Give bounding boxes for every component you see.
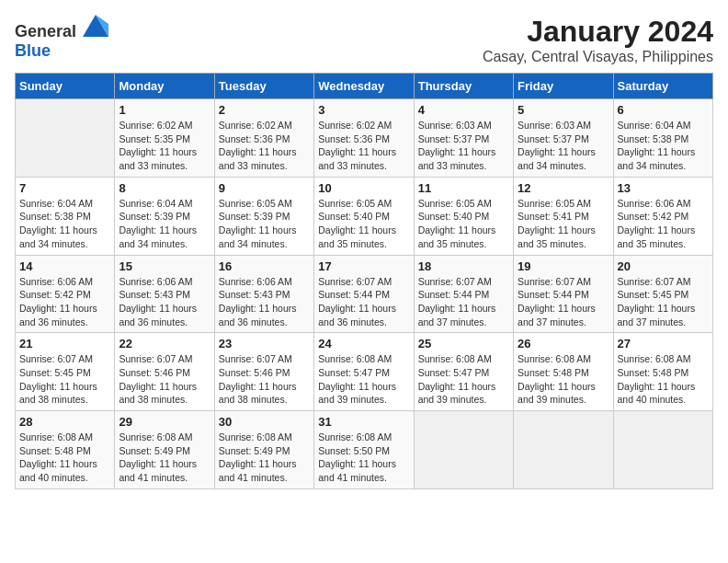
day-number: 7: [19, 181, 110, 195]
calendar-cell: 16Sunrise: 6:06 AM Sunset: 5:43 PM Dayli…: [214, 255, 313, 333]
day-detail: Sunrise: 6:08 AM Sunset: 5:50 PM Dayligh…: [318, 431, 409, 485]
day-number: 19: [518, 259, 609, 273]
calendar-cell: 3Sunrise: 6:02 AM Sunset: 5:36 PM Daylig…: [314, 99, 414, 178]
calendar-cell: 26Sunrise: 6:08 AM Sunset: 5:48 PM Dayli…: [514, 333, 613, 411]
header-sunday: Sunday: [16, 74, 115, 99]
calendar-cell: [16, 99, 115, 178]
day-number: 28: [19, 415, 110, 429]
calendar-cell: 4Sunrise: 6:03 AM Sunset: 5:37 PM Daylig…: [414, 99, 513, 178]
calendar-cell: 1Sunrise: 6:02 AM Sunset: 5:35 PM Daylig…: [115, 99, 214, 178]
calendar-cell: 12Sunrise: 6:05 AM Sunset: 5:41 PM Dayli…: [514, 177, 613, 255]
day-number: 23: [219, 337, 310, 350]
calendar-week-row: 21Sunrise: 6:07 AM Sunset: 5:45 PM Dayli…: [16, 333, 713, 411]
day-number: 15: [119, 259, 210, 273]
day-detail: Sunrise: 6:08 AM Sunset: 5:48 PM Dayligh…: [618, 352, 709, 407]
day-detail: Sunrise: 6:05 AM Sunset: 5:40 PM Dayligh…: [418, 197, 509, 251]
day-detail: Sunrise: 6:05 AM Sunset: 5:40 PM Dayligh…: [318, 197, 409, 251]
logo: General Blue: [15, 15, 108, 61]
calendar-cell: 18Sunrise: 6:07 AM Sunset: 5:44 PM Dayli…: [414, 255, 513, 333]
day-detail: Sunrise: 6:06 AM Sunset: 5:42 PM Dayligh…: [19, 275, 110, 329]
calendar-cell: 8Sunrise: 6:04 AM Sunset: 5:39 PM Daylig…: [115, 177, 214, 255]
title-area: January 2024 Casay, Central Visayas, Phi…: [483, 15, 713, 65]
calendar-cell: 2Sunrise: 6:02 AM Sunset: 5:36 PM Daylig…: [214, 99, 313, 178]
calendar-cell: 24Sunrise: 6:08 AM Sunset: 5:47 PM Dayli…: [314, 333, 414, 411]
day-detail: Sunrise: 6:06 AM Sunset: 5:43 PM Dayligh…: [119, 275, 210, 329]
calendar-week-row: 14Sunrise: 6:06 AM Sunset: 5:42 PM Dayli…: [16, 255, 713, 333]
calendar-table: SundayMondayTuesdayWednesdayThursdayFrid…: [15, 73, 713, 489]
day-detail: Sunrise: 6:08 AM Sunset: 5:47 PM Dayligh…: [318, 352, 409, 407]
day-detail: Sunrise: 6:07 AM Sunset: 5:46 PM Dayligh…: [119, 352, 210, 407]
day-detail: Sunrise: 6:04 AM Sunset: 5:38 PM Dayligh…: [618, 119, 709, 173]
calendar-cell: 9Sunrise: 6:05 AM Sunset: 5:39 PM Daylig…: [214, 177, 313, 255]
day-number: 30: [219, 415, 310, 429]
day-number: 17: [318, 259, 409, 273]
day-number: 11: [418, 181, 509, 195]
page-title: January 2024: [483, 15, 713, 49]
day-detail: Sunrise: 6:07 AM Sunset: 5:44 PM Dayligh…: [318, 275, 409, 329]
header-monday: Monday: [115, 74, 214, 99]
calendar-cell: 15Sunrise: 6:06 AM Sunset: 5:43 PM Dayli…: [115, 255, 214, 333]
day-number: 18: [418, 259, 509, 273]
day-number: 14: [19, 259, 110, 273]
calendar-cell: 13Sunrise: 6:06 AM Sunset: 5:42 PM Dayli…: [613, 177, 712, 255]
calendar-cell: 17Sunrise: 6:07 AM Sunset: 5:44 PM Dayli…: [314, 255, 414, 333]
day-detail: Sunrise: 6:08 AM Sunset: 5:48 PM Dayligh…: [19, 431, 110, 485]
day-number: 29: [119, 415, 210, 429]
calendar-cell: 23Sunrise: 6:07 AM Sunset: 5:46 PM Dayli…: [214, 333, 313, 411]
day-number: 8: [119, 181, 210, 195]
day-detail: Sunrise: 6:08 AM Sunset: 5:48 PM Dayligh…: [518, 352, 609, 407]
calendar-cell: 30Sunrise: 6:08 AM Sunset: 5:49 PM Dayli…: [214, 411, 313, 489]
day-detail: Sunrise: 6:08 AM Sunset: 5:49 PM Dayligh…: [119, 431, 210, 485]
day-detail: Sunrise: 6:06 AM Sunset: 5:43 PM Dayligh…: [219, 275, 310, 329]
day-number: 22: [119, 337, 210, 350]
day-detail: Sunrise: 6:02 AM Sunset: 5:35 PM Dayligh…: [119, 119, 210, 173]
header-thursday: Thursday: [414, 74, 513, 99]
day-detail: Sunrise: 6:07 AM Sunset: 5:45 PM Dayligh…: [618, 275, 709, 329]
header-tuesday: Tuesday: [214, 74, 313, 99]
day-number: 4: [418, 103, 509, 117]
header-wednesday: Wednesday: [314, 74, 414, 99]
day-number: 27: [618, 337, 709, 350]
day-detail: Sunrise: 6:08 AM Sunset: 5:49 PM Dayligh…: [219, 431, 310, 485]
header-saturday: Saturday: [613, 74, 712, 99]
day-number: 13: [618, 181, 709, 195]
day-detail: Sunrise: 6:07 AM Sunset: 5:46 PM Dayligh…: [219, 352, 310, 407]
day-number: 9: [219, 181, 310, 195]
calendar-cell: 29Sunrise: 6:08 AM Sunset: 5:49 PM Dayli…: [115, 411, 214, 489]
calendar-cell: 21Sunrise: 6:07 AM Sunset: 5:45 PM Dayli…: [16, 333, 115, 411]
header: General Blue January 2024 Casay, Central…: [15, 15, 713, 65]
calendar-cell: 7Sunrise: 6:04 AM Sunset: 5:38 PM Daylig…: [16, 177, 115, 255]
calendar-cell: [414, 411, 513, 489]
calendar-cell: 14Sunrise: 6:06 AM Sunset: 5:42 PM Dayli…: [16, 255, 115, 333]
calendar-week-row: 7Sunrise: 6:04 AM Sunset: 5:38 PM Daylig…: [16, 177, 713, 255]
day-number: 6: [618, 103, 709, 117]
day-detail: Sunrise: 6:07 AM Sunset: 5:44 PM Dayligh…: [518, 275, 609, 329]
day-detail: Sunrise: 6:07 AM Sunset: 5:44 PM Dayligh…: [418, 275, 509, 329]
day-number: 25: [418, 337, 509, 350]
day-detail: Sunrise: 6:02 AM Sunset: 5:36 PM Dayligh…: [219, 119, 310, 173]
day-number: 1: [119, 103, 210, 117]
calendar-week-row: 1Sunrise: 6:02 AM Sunset: 5:35 PM Daylig…: [16, 99, 713, 178]
day-number: 26: [518, 337, 609, 350]
calendar-cell: 22Sunrise: 6:07 AM Sunset: 5:46 PM Dayli…: [115, 333, 214, 411]
day-number: 2: [219, 103, 310, 117]
logo-icon: [83, 15, 108, 37]
day-detail: Sunrise: 6:03 AM Sunset: 5:37 PM Dayligh…: [418, 119, 509, 173]
calendar-cell: [514, 411, 613, 489]
calendar-cell: 31Sunrise: 6:08 AM Sunset: 5:50 PM Dayli…: [314, 411, 414, 489]
day-detail: Sunrise: 6:05 AM Sunset: 5:41 PM Dayligh…: [518, 197, 609, 251]
calendar-cell: [613, 411, 712, 489]
day-detail: Sunrise: 6:04 AM Sunset: 5:38 PM Dayligh…: [19, 197, 110, 251]
calendar-cell: 28Sunrise: 6:08 AM Sunset: 5:48 PM Dayli…: [16, 411, 115, 489]
logo-text: General Blue: [15, 15, 108, 61]
day-detail: Sunrise: 6:04 AM Sunset: 5:39 PM Dayligh…: [119, 197, 210, 251]
day-number: 12: [518, 181, 609, 195]
day-number: 31: [318, 415, 409, 429]
day-detail: Sunrise: 6:08 AM Sunset: 5:47 PM Dayligh…: [418, 352, 509, 407]
calendar-cell: 5Sunrise: 6:03 AM Sunset: 5:37 PM Daylig…: [514, 99, 613, 178]
calendar-week-row: 28Sunrise: 6:08 AM Sunset: 5:48 PM Dayli…: [16, 411, 713, 489]
day-number: 5: [518, 103, 609, 117]
calendar-cell: 11Sunrise: 6:05 AM Sunset: 5:40 PM Dayli…: [414, 177, 513, 255]
calendar-cell: 10Sunrise: 6:05 AM Sunset: 5:40 PM Dayli…: [314, 177, 414, 255]
logo-blue: Blue: [15, 41, 51, 60]
